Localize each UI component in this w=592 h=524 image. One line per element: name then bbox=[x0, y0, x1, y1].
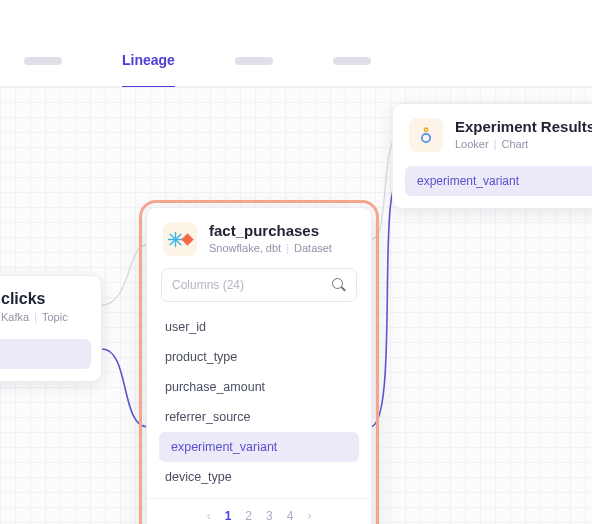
node-experiment-results[interactable]: Experiment Results Looker | Chart experi… bbox=[392, 103, 592, 209]
column-item[interactable]: purchase_amount bbox=[147, 372, 371, 402]
top-whitespace bbox=[0, 0, 592, 35]
column-item[interactable]: device_type bbox=[147, 462, 371, 492]
lineage-canvas[interactable]: clicks Kafka | Topic ent_variant Experim… bbox=[0, 87, 592, 524]
page-3[interactable]: 3 bbox=[266, 509, 273, 523]
tab-placeholder[interactable] bbox=[235, 57, 273, 65]
column-item[interactable]: user_id bbox=[147, 312, 371, 342]
page-1[interactable]: 1 bbox=[225, 509, 232, 523]
column-list: user_id product_type purchase_amount ref… bbox=[147, 310, 371, 498]
tab-lineage[interactable]: Lineage bbox=[122, 52, 175, 89]
node-clicks[interactable]: clicks Kafka | Topic ent_variant bbox=[0, 275, 102, 382]
page-2[interactable]: 2 bbox=[245, 509, 252, 523]
column-search[interactable]: Columns (24) bbox=[161, 268, 357, 302]
node-meta: Looker | Chart bbox=[455, 138, 592, 150]
snowflake-dbt-icon bbox=[163, 222, 197, 256]
pagination: ‹ 1 2 3 4 › bbox=[147, 498, 371, 524]
tab-bar: Lineage bbox=[0, 35, 592, 87]
svg-point-4 bbox=[424, 128, 427, 131]
node-title: clicks bbox=[1, 290, 68, 308]
search-placeholder: Columns (24) bbox=[172, 278, 244, 292]
node-title: Experiment Results bbox=[455, 118, 592, 135]
node-meta: Kafka | Topic bbox=[1, 311, 68, 323]
tab-placeholder[interactable] bbox=[24, 57, 62, 65]
node-meta: Snowflake, dbt | Dataset bbox=[209, 242, 332, 254]
svg-point-5 bbox=[422, 134, 430, 142]
page-next[interactable]: › bbox=[307, 509, 311, 523]
column-item-selected[interactable]: experiment_variant bbox=[159, 432, 359, 462]
column-pill[interactable]: experiment_variant bbox=[405, 166, 592, 196]
page-prev[interactable]: ‹ bbox=[207, 509, 211, 523]
column-item[interactable]: referrer_source bbox=[147, 402, 371, 432]
column-item[interactable]: product_type bbox=[147, 342, 371, 372]
page-4[interactable]: 4 bbox=[287, 509, 294, 523]
search-icon bbox=[332, 278, 346, 292]
node-fact-purchases[interactable]: fact_purchases Snowflake, dbt | Dataset … bbox=[146, 207, 372, 524]
looker-icon bbox=[409, 118, 443, 152]
node-title: fact_purchases bbox=[209, 222, 332, 239]
tab-placeholder[interactable] bbox=[333, 57, 371, 65]
column-pill[interactable]: ent_variant bbox=[0, 339, 91, 369]
